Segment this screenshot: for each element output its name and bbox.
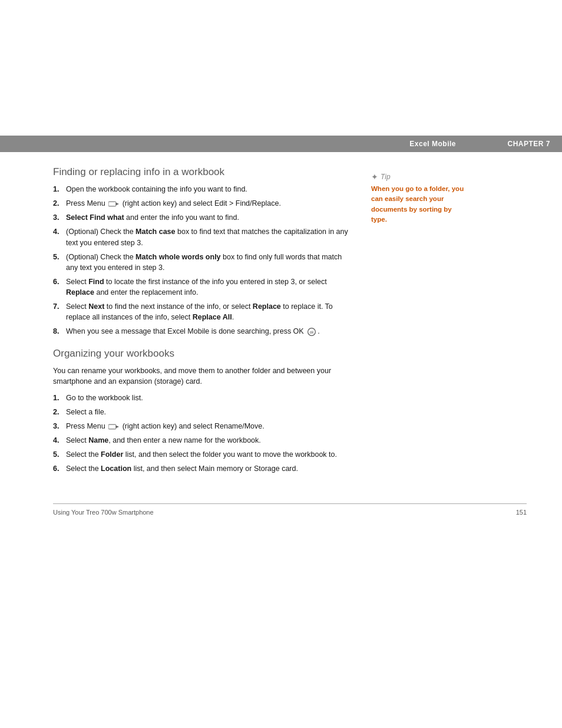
step-num: 1. (53, 184, 66, 195)
step-1-1: 1. Open the workbook containing the info… (53, 184, 353, 195)
step-text: Select the Folder list, and then select … (66, 449, 353, 460)
page: Excel Mobile CHAPTER 7 Finding or replac… (0, 0, 562, 728)
step-num: 5. (53, 449, 66, 460)
svg-marker-5 (116, 426, 119, 428)
menu-icon-2 (108, 423, 119, 430)
step-num: 5. (53, 252, 66, 273)
tip-text: When you go to a folder, you can easily … (371, 184, 465, 225)
step-num: 1. (53, 393, 66, 403)
footer-area: Using Your Treo 700w Smartphone 151 (0, 503, 562, 516)
step-2-3: 3. Press Menu (right action key) and sel… (53, 421, 353, 431)
step-text: (Optional) Check the Match case box to f… (66, 226, 353, 248)
footer-text: Using Your Treo 700w Smartphone 151 (53, 509, 527, 516)
step-num: 6. (53, 463, 66, 474)
step-num: 2. (53, 407, 66, 417)
svg-rect-4 (108, 424, 116, 429)
top-spacer (0, 0, 562, 136)
svg-rect-0 (108, 202, 116, 206)
footer-divider (53, 503, 527, 504)
header-bar: Excel Mobile CHAPTER 7 (0, 136, 562, 152)
content-area: Finding or replacing info in a workbook … (0, 152, 562, 489)
step-1-8: 8. When you see a message that Excel Mob… (53, 326, 353, 337)
footer-left-text: Using Your Treo 700w Smartphone (53, 509, 154, 516)
header-bar-left: Excel Mobile (12, 140, 480, 148)
step-text: Select Name, and then enter a new name f… (66, 435, 353, 446)
step-num: 2. (53, 198, 66, 209)
step-num: 4. (53, 226, 66, 248)
step-2-5: 5. Select the Folder list, and then sele… (53, 449, 353, 460)
tip-star-icon: ✦ (371, 172, 378, 182)
step-1-2: 2. Press Menu (right action key) and sel… (53, 198, 353, 209)
step-text: When you see a message that Excel Mobile… (66, 326, 353, 337)
menu-icon (108, 200, 119, 207)
step-2-6: 6. Select the Location list, and then se… (53, 463, 353, 474)
footer-right-text: 151 (516, 509, 527, 516)
header-excel-mobile-label: Excel Mobile (409, 140, 456, 148)
tip-header: ✦ Tip (371, 172, 465, 182)
step-num: 3. (53, 421, 66, 431)
step-text: Select the Location list, and then selec… (66, 463, 353, 474)
step-1-5: 5. (Optional) Check the Match whole word… (53, 252, 353, 273)
step-text: Open the workbook containing the info yo… (66, 184, 353, 195)
sidebar: ✦ Tip When you go to a folder, you can e… (365, 166, 465, 489)
step-text: Press Menu (right action key) and select… (66, 198, 353, 209)
step-num: 4. (53, 435, 66, 446)
svg-text:ok: ok (310, 330, 315, 334)
tip-label: Tip (381, 173, 391, 181)
step-text: Go to the workbook list. (66, 393, 353, 403)
header-chapter-label: CHAPTER 7 (480, 140, 550, 148)
section1-title: Finding or replacing info in a workbook (53, 166, 353, 178)
section2-title: Organizing your workbooks (53, 348, 353, 360)
ok-button-icon: ok (307, 327, 316, 337)
step-2-4: 4. Select Name, and then enter a new nam… (53, 435, 353, 446)
step-1-3: 3. Select Find what and enter the info y… (53, 212, 353, 223)
step-num: 3. (53, 212, 66, 223)
bottom-spacer (0, 516, 562, 728)
step-text: Press Menu (right action key) and select… (66, 421, 353, 431)
main-content: Finding or replacing info in a workbook … (53, 166, 365, 489)
step-2-1: 1. Go to the workbook list. (53, 393, 353, 403)
step-text: Select Next to find the next instance of… (66, 301, 353, 322)
section1-steps-list: 1. Open the workbook containing the info… (53, 184, 353, 337)
step-text: (Optional) Check the Match whole words o… (66, 252, 353, 273)
step-num: 8. (53, 326, 66, 337)
step-text: Select a file. (66, 407, 353, 417)
svg-marker-1 (116, 203, 119, 205)
step-num: 7. (53, 301, 66, 322)
step-1-7: 7. Select Next to find the next instance… (53, 301, 353, 322)
step-num: 6. (53, 276, 66, 298)
step-text: Select Find to locate the first instance… (66, 276, 353, 298)
step-2-2: 2. Select a file. (53, 407, 353, 417)
section2-intro: You can rename your workbooks, and move … (53, 365, 353, 387)
step-1-6: 6. Select Find to locate the first insta… (53, 276, 353, 298)
step-1-4: 4. (Optional) Check the Match case box t… (53, 226, 353, 248)
step-text: Select Find what and enter the info you … (66, 212, 353, 223)
tip-section: ✦ Tip When you go to a folder, you can e… (371, 172, 465, 225)
section2-steps-list: 1. Go to the workbook list. 2. Select a … (53, 393, 353, 475)
